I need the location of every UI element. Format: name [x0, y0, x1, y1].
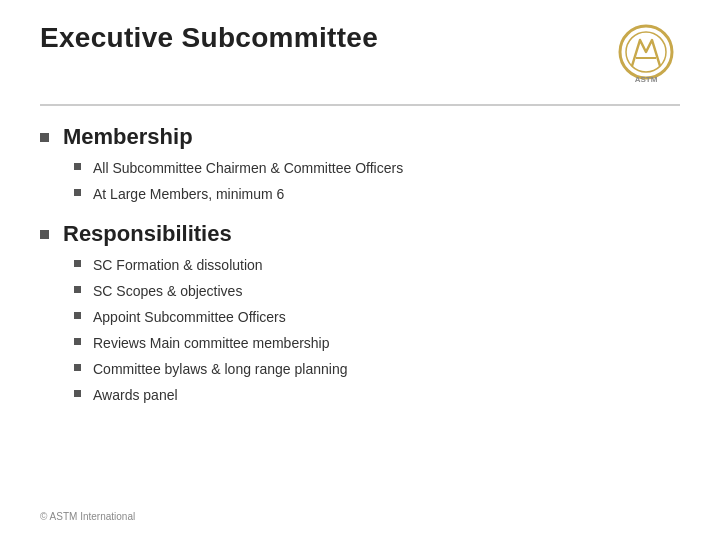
membership-item-2: At Large Members, minimum 6 [93, 184, 284, 205]
slide: Executive Subcommittee ASTM Membership [0, 0, 720, 540]
resp-item-2: SC Scopes & objectives [93, 281, 242, 302]
responsibilities-section: Responsibilities SC Formation & dissolut… [40, 221, 680, 406]
svg-text:ASTM: ASTM [635, 75, 658, 84]
header: Executive Subcommittee ASTM [0, 0, 720, 90]
main-content: Membership All Subcommittee Chairmen & C… [0, 106, 720, 406]
sub-bullet [74, 338, 81, 345]
resp-item-5: Committee bylaws & long range planning [93, 359, 347, 380]
resp-item-3: Appoint Subcommittee Officers [93, 307, 286, 328]
list-item: Committee bylaws & long range planning [74, 359, 680, 380]
astm-logo: ASTM [612, 22, 680, 90]
responsibilities-items: SC Formation & dissolution SC Scopes & o… [40, 255, 680, 406]
resp-item-1: SC Formation & dissolution [93, 255, 263, 276]
list-item: Awards panel [74, 385, 680, 406]
list-item: Reviews Main committee membership [74, 333, 680, 354]
membership-item-1: All Subcommittee Chairmen & Committee Of… [93, 158, 403, 179]
resp-item-4: Reviews Main committee membership [93, 333, 330, 354]
membership-section: Membership All Subcommittee Chairmen & C… [40, 124, 680, 205]
membership-title: Membership [63, 124, 193, 150]
footer-copyright: © ASTM International [40, 511, 135, 522]
list-item: SC Scopes & objectives [74, 281, 680, 302]
sub-bullet [74, 260, 81, 267]
resp-item-6: Awards panel [93, 385, 178, 406]
list-item: Appoint Subcommittee Officers [74, 307, 680, 328]
membership-heading: Membership [40, 124, 680, 150]
sub-bullet [74, 163, 81, 170]
responsibilities-title: Responsibilities [63, 221, 232, 247]
sub-bullet [74, 189, 81, 196]
page-title: Executive Subcommittee [40, 22, 378, 54]
list-item: At Large Members, minimum 6 [74, 184, 680, 205]
sub-bullet [74, 390, 81, 397]
copyright-text: © ASTM International [40, 511, 135, 522]
list-item: All Subcommittee Chairmen & Committee Of… [74, 158, 680, 179]
sub-bullet [74, 364, 81, 371]
list-item: SC Formation & dissolution [74, 255, 680, 276]
membership-bullet [40, 133, 49, 142]
responsibilities-heading: Responsibilities [40, 221, 680, 247]
sub-bullet [74, 312, 81, 319]
responsibilities-bullet [40, 230, 49, 239]
sub-bullet [74, 286, 81, 293]
membership-items: All Subcommittee Chairmen & Committee Of… [40, 158, 680, 205]
